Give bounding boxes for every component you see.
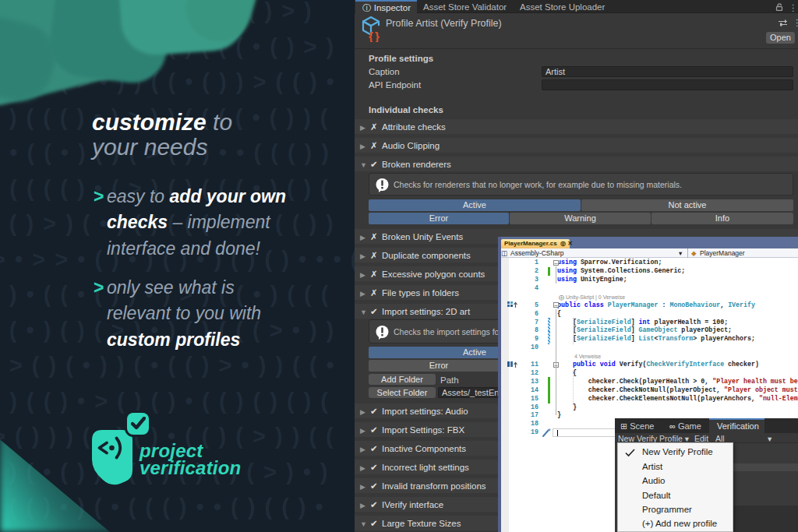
svg-text:{: { — [369, 30, 373, 42]
svg-text:}: } — [375, 30, 380, 42]
